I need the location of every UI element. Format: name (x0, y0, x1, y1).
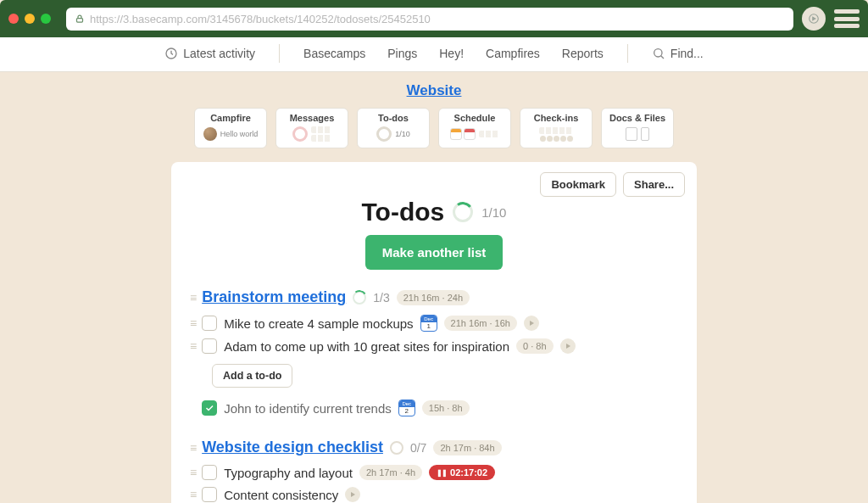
completed-section: ≡ John to identify current trends 2 15h … (190, 400, 678, 416)
todo-text[interactable]: John to identify current trends (224, 401, 392, 416)
todo-text[interactable]: Mike to create 4 sample mockups (224, 316, 413, 331)
tool-schedule-title: Schedule (444, 113, 505, 123)
tool-docs-title: Docs & Files (607, 113, 668, 123)
checkbox[interactable] (202, 316, 217, 331)
due-date-chip[interactable]: 1 (420, 315, 437, 332)
file-icon (626, 127, 637, 141)
tool-campfire[interactable]: Campfire Hello world (194, 108, 267, 148)
time-tag: 15h · 8h (422, 400, 470, 416)
tool-messages[interactable]: Messages (275, 108, 348, 148)
clock-icon (164, 47, 178, 60)
avatars-icon (540, 136, 573, 142)
search-icon (652, 47, 665, 60)
nav-basecamps[interactable]: Basecamps (303, 47, 365, 60)
browser-action-icon[interactable] (802, 7, 826, 31)
todo-text[interactable]: Adam to come up with 10 great sites for … (224, 339, 509, 354)
nav-latest-activity[interactable]: Latest activity (164, 47, 255, 60)
running-timer[interactable]: 02:17:02 (429, 465, 495, 480)
todo-item-completed: ≡ John to identify current trends 2 15h … (190, 400, 678, 416)
tool-checkins[interactable]: Check-ins (520, 108, 593, 148)
bookmark-button[interactable]: Bookmark (540, 172, 616, 197)
window-controls (8, 14, 51, 24)
minimize-window-icon[interactable] (25, 14, 35, 24)
browser-menu-icon[interactable] (834, 9, 860, 28)
calendar-icon (450, 128, 476, 140)
file-icon (641, 127, 649, 141)
list-title-link[interactable]: Brainstorm meeting (202, 288, 346, 306)
maximize-window-icon[interactable] (41, 14, 51, 24)
tool-cards: Campfire Hello world Messages To-dos 1/1… (0, 108, 868, 148)
progress-ring-icon (453, 202, 473, 222)
progress-ring-icon (390, 441, 403, 455)
list-header: ≡ Website design checklist 0/7 2h 17m · … (190, 439, 678, 456)
todo-item: ≡ Mike to create 4 sample mockups 1 21h … (190, 315, 678, 332)
placeholder-lines (311, 126, 331, 142)
checkbox[interactable] (202, 465, 217, 480)
svg-point-3 (654, 49, 662, 57)
todo-lists: ≡ Brainstorm meeting 1/3 21h 16m · 24h ≡… (171, 288, 697, 503)
todo-item: ≡ Content consistency (190, 487, 678, 502)
nav-campfires[interactable]: Campfires (486, 47, 540, 60)
tool-schedule[interactable]: Schedule (438, 108, 511, 148)
list-title-link[interactable]: Website design checklist (202, 439, 383, 456)
list-header: ≡ Brainstorm meeting 1/3 21h 16m · 24h (190, 288, 678, 306)
time-tag: 21h 16m · 16h (444, 316, 517, 331)
placeholder-icon (292, 126, 308, 142)
close-window-icon[interactable] (8, 14, 19, 24)
progress-count: 1/10 (481, 205, 506, 220)
nav-find[interactable]: Find... (652, 47, 704, 60)
list-progress: 0/7 (410, 441, 426, 455)
tool-campfire-title: Campfire (200, 113, 261, 123)
lock-icon (75, 14, 85, 24)
drag-handle-icon[interactable]: ≡ (190, 488, 195, 501)
todo-item: ≡ Adam to come up with 10 great sites fo… (190, 338, 678, 354)
make-list-button[interactable]: Make another list (365, 235, 504, 270)
check-icon (204, 403, 214, 413)
checkbox-checked[interactable] (202, 400, 217, 416)
nav-pings[interactable]: Pings (387, 47, 417, 60)
avatar-icon (203, 127, 217, 141)
nav-reports[interactable]: Reports (562, 47, 604, 60)
breadcrumb: Website (0, 82, 868, 99)
due-date-chip[interactable]: 2 (398, 400, 415, 416)
page-heading: To-dos 1/10 (171, 198, 697, 226)
drag-handle-icon[interactable]: ≡ (190, 466, 195, 479)
tool-todos[interactable]: To-dos 1/10 (357, 108, 430, 148)
panel-actions: Bookmark Share... (540, 172, 685, 197)
tool-docs[interactable]: Docs & Files (601, 108, 674, 148)
tool-messages-title: Messages (281, 113, 342, 123)
time-tag: 0 · 8h (516, 338, 554, 354)
todo-list: ≡ Website design checklist 0/7 2h 17m · … (190, 439, 678, 503)
drag-handle-icon[interactable]: ≡ (190, 339, 195, 353)
share-button[interactable]: Share... (623, 172, 685, 197)
time-tag: 2h 17m · 84h (433, 440, 501, 455)
nav-find-label: Find... (670, 47, 704, 60)
todo-text[interactable]: Content consistency (224, 488, 338, 502)
nav-latest-label: Latest activity (183, 47, 255, 60)
tool-todos-title: To-dos (363, 113, 424, 123)
checkbox[interactable] (202, 338, 217, 354)
checkbox[interactable] (202, 487, 217, 502)
todo-item: ≡ Typography and layout 2h 17m · 4h 02:1… (190, 465, 678, 480)
add-todo-button[interactable]: Add a to-do (212, 364, 292, 388)
tool-todos-count: 1/10 (395, 130, 410, 138)
tool-campfire-sub: Hello world (220, 130, 259, 138)
drag-handle-icon[interactable]: ≡ (190, 441, 195, 455)
placeholder-lines (479, 131, 499, 137)
url-text: https://3.basecamp.com/3145678/buckets/1… (90, 13, 431, 25)
svg-rect-0 (77, 19, 83, 23)
list-progress: 1/3 (373, 291, 389, 305)
play-icon[interactable] (560, 338, 576, 354)
url-bar[interactable]: https://3.basecamp.com/3145678/buckets/1… (66, 8, 793, 31)
drag-handle-icon[interactable]: ≡ (190, 291, 195, 305)
todo-text[interactable]: Typography and layout (224, 466, 353, 480)
nav-hey[interactable]: Hey! (439, 47, 464, 60)
project-link[interactable]: Website (407, 82, 462, 98)
time-tag: 21h 16m · 24h (397, 290, 470, 305)
play-icon[interactable] (524, 316, 539, 331)
play-icon[interactable] (345, 487, 360, 502)
placeholder-lines (539, 127, 573, 134)
drag-handle-icon[interactable]: ≡ (190, 316, 195, 330)
browser-chrome: https://3.basecamp.com/3145678/buckets/1… (0, 0, 868, 37)
top-nav: Latest activity Basecamps Pings Hey! Cam… (0, 37, 868, 72)
